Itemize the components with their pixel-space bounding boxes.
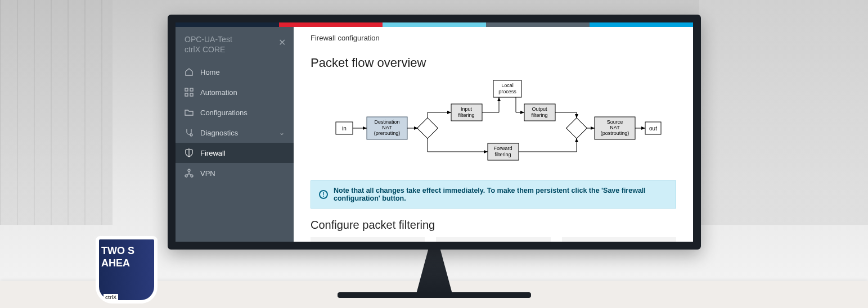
sidebar-item-vpn[interactable]: VPN	[176, 163, 294, 183]
monitor-frame: OPC-UA-Test ctrlX CORE ✕ Home	[168, 15, 701, 250]
svg-rect-0	[185, 88, 188, 91]
sidebar-item-firewall[interactable]: Firewall	[176, 143, 294, 163]
info-text: Note that all changes take effect immedi…	[334, 187, 668, 202]
info-banner: ! Note that all changes take effect imme…	[311, 180, 676, 209]
screen: OPC-UA-Test ctrlX CORE ✕ Home	[176, 22, 693, 242]
sidebar-item-configurations[interactable]: Configurations	[176, 102, 294, 123]
svg-text:Output: Output	[532, 106, 547, 112]
home-icon	[185, 67, 194, 76]
svg-text:(postrouting): (postrouting)	[601, 130, 629, 136]
svg-text:process: process	[498, 89, 516, 94]
shield-icon	[185, 148, 194, 157]
mug-text-2: AHEA	[101, 257, 130, 269]
mug-brand: ctrlX	[104, 294, 118, 301]
sidebar-item-label: Firewall	[200, 149, 226, 157]
svg-text:filtering: filtering	[494, 152, 511, 157]
svg-rect-13	[417, 118, 438, 139]
main-content: Firewall configuration Packet flow overv…	[294, 27, 693, 242]
network-icon	[185, 169, 194, 178]
breadcrumb: Firewall configuration	[311, 34, 676, 42]
sidebar-item-label: Home	[200, 68, 220, 76]
svg-text:Source: Source	[607, 119, 623, 125]
stethoscope-icon	[185, 128, 194, 137]
sidebar-item-automation[interactable]: Automation	[176, 82, 294, 102]
brand-stripe	[176, 22, 693, 27]
svg-text:filtering: filtering	[531, 112, 547, 118]
close-icon[interactable]: ✕	[278, 37, 286, 48]
sidebar-header: OPC-UA-Test ctrlX CORE ✕	[176, 27, 294, 62]
mug-text-1: TWO S	[101, 245, 134, 256]
sidebar-item-label: VPN	[200, 169, 215, 178]
filter-card[interactable]	[562, 237, 676, 242]
filter-cards-row	[311, 237, 676, 242]
folder-icon	[185, 108, 194, 117]
filter-card[interactable]	[436, 237, 550, 242]
sidebar-item-label: Configurations	[200, 108, 248, 117]
svg-point-4	[190, 134, 192, 136]
sidebar-item-label: Diagnostics	[200, 129, 238, 137]
svg-text:NAT: NAT	[382, 125, 392, 130]
svg-rect-1	[190, 88, 193, 91]
grid-icon	[185, 88, 194, 97]
product-name: ctrlX CORE	[185, 45, 285, 54]
svg-rect-26	[566, 118, 587, 139]
svg-text:Input: Input	[461, 106, 473, 112]
sidebar: OPC-UA-Test ctrlX CORE ✕ Home	[176, 27, 294, 242]
info-icon: !	[319, 190, 328, 199]
svg-text:Destination: Destination	[374, 119, 399, 125]
diagram-node-out: out	[649, 125, 657, 132]
svg-text:Forward: Forward	[493, 146, 512, 151]
coffee-mug: TWO S AHEA ctrlX	[96, 236, 158, 304]
sidebar-item-home[interactable]: Home	[176, 62, 294, 82]
svg-point-5	[188, 169, 190, 171]
configure-title: Configure packet filtering	[311, 219, 676, 232]
svg-text:NAT: NAT	[610, 125, 620, 130]
nav-list: Home Automation Configurations	[176, 62, 294, 183]
device-name: OPC-UA-Test	[185, 35, 285, 44]
svg-text:filtering: filtering	[458, 112, 474, 118]
page-title: Packet flow overview	[311, 56, 676, 70]
sidebar-item-label: Automation	[200, 88, 237, 97]
svg-rect-3	[190, 93, 193, 96]
packet-flow-diagram: in Destination NAT (prerouting) Input fi…	[311, 76, 676, 171]
svg-text:Local: Local	[501, 83, 514, 88]
svg-text:(prerouting): (prerouting)	[374, 130, 401, 136]
svg-rect-2	[185, 93, 188, 96]
filter-card[interactable]	[311, 237, 425, 242]
sidebar-item-diagnostics[interactable]: Diagnostics ⌄	[176, 123, 294, 143]
monitor-base	[338, 292, 531, 298]
diagram-node-in: in	[342, 125, 347, 132]
chevron-down-icon: ⌄	[279, 129, 285, 137]
